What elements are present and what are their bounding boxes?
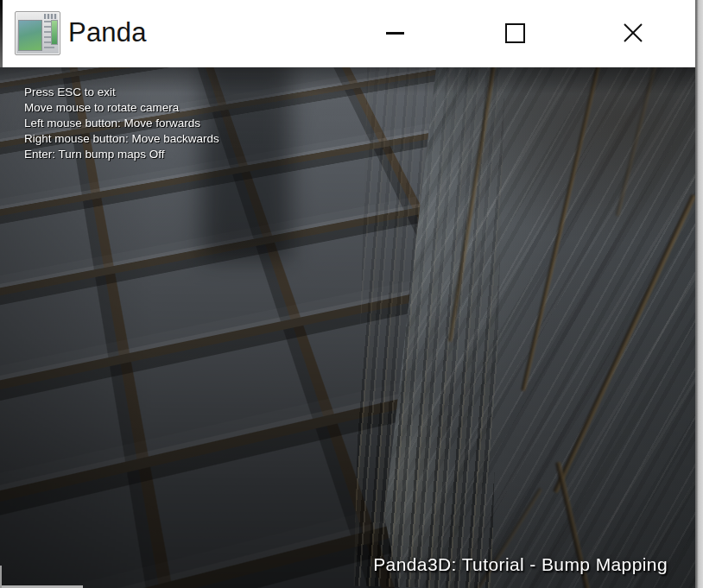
scene-caption: Panda3D: Tutorial - Bump Mapping <box>373 554 668 575</box>
hud-instruction-line: Move mouse to rotate camera <box>24 100 219 116</box>
hud-instructions: Press ESC to exit Move mouse to rotate c… <box>24 85 219 162</box>
titlebar[interactable]: Panda <box>0 0 695 67</box>
app-icon-chrome <box>44 14 57 19</box>
left-edge-sliver <box>0 0 3 67</box>
app-icon-green-panel <box>18 20 42 51</box>
mortar-line <box>553 194 695 494</box>
close-icon <box>621 21 645 45</box>
scene-corner-seam <box>353 67 505 588</box>
minimize-icon <box>386 32 404 35</box>
mortar-line <box>521 67 603 391</box>
hud-instruction-line: Press ESC to exit <box>24 85 219 100</box>
hud-instruction-line: Enter: Turn bump maps Off <box>24 147 219 162</box>
hud-instruction-line: Left mouse button: Move forwards <box>24 116 219 131</box>
app-icon-scrollbar <box>51 20 58 45</box>
mortar-line <box>615 67 659 217</box>
window-title: Panda <box>68 17 147 48</box>
desktop-edge-right <box>695 0 703 588</box>
close-button[interactable] <box>594 8 672 58</box>
viewport-3d[interactable]: Press ESC to exit Move mouse to rotate c… <box>0 67 695 588</box>
panda-app-icon[interactable] <box>15 11 60 55</box>
panda-window: Panda <box>0 0 703 588</box>
maximize-icon <box>505 23 525 43</box>
desktop-edge-left <box>0 566 2 588</box>
maximize-button[interactable] <box>476 8 554 58</box>
hud-instruction-line: Right mouse button: Move backwards <box>24 131 219 147</box>
minimize-button[interactable] <box>356 8 434 58</box>
